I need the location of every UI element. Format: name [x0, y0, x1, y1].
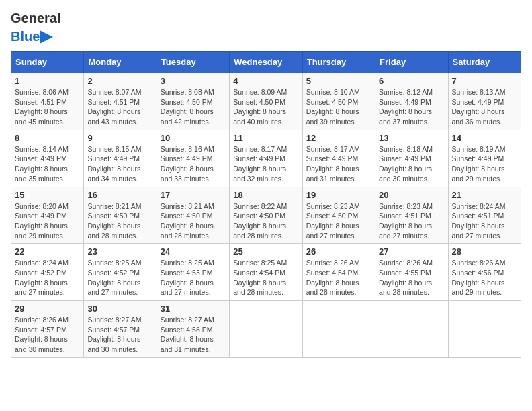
day-cell: 9Sunrise: 8:15 AMSunset: 4:49 PMDaylight…: [84, 130, 157, 187]
day-number: 17: [161, 190, 226, 200]
day-cell: 15Sunrise: 8:20 AMSunset: 4:49 PMDayligh…: [11, 187, 84, 244]
day-cell: 23Sunrise: 8:25 AMSunset: 4:52 PMDayligh…: [84, 244, 157, 301]
logo-blue: Blue: [11, 29, 40, 44]
day-cell: 30Sunrise: 8:27 AMSunset: 4:57 PMDayligh…: [84, 301, 157, 358]
day-cell: 25Sunrise: 8:25 AMSunset: 4:54 PMDayligh…: [230, 244, 302, 301]
day-cell: 8Sunrise: 8:14 AMSunset: 4:49 PMDaylight…: [11, 130, 84, 187]
day-cell: [230, 301, 302, 358]
day-cell: 31Sunrise: 8:27 AMSunset: 4:58 PMDayligh…: [157, 301, 229, 358]
header-cell-sunday: Sunday: [11, 52, 84, 73]
day-detail: Sunrise: 8:26 AMSunset: 4:56 PMDaylight:…: [452, 258, 517, 298]
day-cell: 22Sunrise: 8:24 AMSunset: 4:52 PMDayligh…: [11, 244, 84, 301]
day-detail: Sunrise: 8:09 AMSunset: 4:50 PMDaylight:…: [233, 87, 298, 127]
day-number: 20: [379, 190, 444, 200]
header-cell-monday: Monday: [84, 52, 157, 73]
day-detail: Sunrise: 8:19 AMSunset: 4:49 PMDaylight:…: [452, 144, 517, 184]
day-number: 25: [233, 246, 298, 257]
week-row-1: 1Sunrise: 8:06 AMSunset: 4:51 PMDaylight…: [11, 73, 521, 130]
day-detail: Sunrise: 8:16 AMSunset: 4:49 PMDaylight:…: [161, 144, 226, 184]
header-cell-wednesday: Wednesday: [230, 52, 302, 73]
svg-marker-0: [40, 30, 53, 44]
day-detail: Sunrise: 8:18 AMSunset: 4:49 PMDaylight:…: [379, 144, 444, 184]
day-cell: [302, 301, 375, 358]
day-detail: Sunrise: 8:08 AMSunset: 4:50 PMDaylight:…: [161, 87, 226, 127]
day-cell: 26Sunrise: 8:26 AMSunset: 4:54 PMDayligh…: [302, 244, 375, 301]
day-detail: Sunrise: 8:07 AMSunset: 4:51 PMDaylight:…: [87, 87, 152, 127]
day-cell: 14Sunrise: 8:19 AMSunset: 4:49 PMDayligh…: [448, 130, 521, 187]
day-detail: Sunrise: 8:21 AMSunset: 4:50 PMDaylight:…: [161, 201, 226, 241]
day-cell: 16Sunrise: 8:21 AMSunset: 4:50 PMDayligh…: [84, 187, 157, 244]
day-cell: 24Sunrise: 8:25 AMSunset: 4:53 PMDayligh…: [157, 244, 229, 301]
day-detail: Sunrise: 8:23 AMSunset: 4:50 PMDaylight:…: [306, 201, 371, 241]
day-cell: 3Sunrise: 8:08 AMSunset: 4:50 PMDaylight…: [157, 73, 229, 130]
calendar-body: 1Sunrise: 8:06 AMSunset: 4:51 PMDaylight…: [11, 73, 521, 358]
day-number: 1: [15, 76, 80, 86]
day-cell: [448, 301, 521, 358]
day-detail: Sunrise: 8:25 AMSunset: 4:52 PMDaylight:…: [87, 258, 152, 298]
day-cell: 27Sunrise: 8:26 AMSunset: 4:55 PMDayligh…: [375, 244, 448, 301]
day-number: 24: [161, 246, 226, 257]
calendar-table: SundayMondayTuesdayWednesdayThursdayFrid…: [11, 51, 521, 358]
day-cell: 10Sunrise: 8:16 AMSunset: 4:49 PMDayligh…: [157, 130, 229, 187]
day-number: 27: [379, 246, 444, 257]
day-cell: 29Sunrise: 8:26 AMSunset: 4:57 PMDayligh…: [11, 301, 84, 358]
day-detail: Sunrise: 8:26 AMSunset: 4:55 PMDaylight:…: [379, 258, 444, 298]
day-cell: 17Sunrise: 8:21 AMSunset: 4:50 PMDayligh…: [157, 187, 229, 244]
day-number: 9: [87, 133, 152, 143]
day-cell: 19Sunrise: 8:23 AMSunset: 4:50 PMDayligh…: [302, 187, 375, 244]
day-number: 13: [379, 133, 444, 143]
logo-arrow-icon: [40, 30, 53, 44]
day-number: 31: [161, 304, 226, 314]
week-row-5: 29Sunrise: 8:26 AMSunset: 4:57 PMDayligh…: [11, 301, 521, 358]
day-detail: Sunrise: 8:13 AMSunset: 4:49 PMDaylight:…: [452, 87, 517, 127]
day-number: 3: [161, 76, 226, 86]
day-number: 30: [87, 304, 152, 314]
day-number: 18: [233, 190, 298, 200]
day-detail: Sunrise: 8:26 AMSunset: 4:57 PMDaylight:…: [15, 315, 80, 355]
header-cell-thursday: Thursday: [302, 52, 375, 73]
logo-general: General: [11, 11, 60, 26]
header-cell-tuesday: Tuesday: [157, 52, 229, 73]
day-detail: Sunrise: 8:27 AMSunset: 4:58 PMDaylight:…: [161, 315, 226, 355]
day-cell: 18Sunrise: 8:22 AMSunset: 4:50 PMDayligh…: [230, 187, 302, 244]
day-detail: Sunrise: 8:17 AMSunset: 4:49 PMDaylight:…: [306, 144, 371, 184]
day-detail: Sunrise: 8:26 AMSunset: 4:54 PMDaylight:…: [306, 258, 371, 298]
day-cell: 5Sunrise: 8:10 AMSunset: 4:50 PMDaylight…: [302, 73, 375, 130]
calendar-header-row: SundayMondayTuesdayWednesdayThursdayFrid…: [11, 52, 521, 73]
day-number: 28: [452, 246, 517, 257]
day-detail: Sunrise: 8:20 AMSunset: 4:49 PMDaylight:…: [15, 201, 80, 241]
day-cell: 1Sunrise: 8:06 AMSunset: 4:51 PMDaylight…: [11, 73, 84, 130]
day-cell: 21Sunrise: 8:24 AMSunset: 4:51 PMDayligh…: [448, 187, 521, 244]
day-cell: 28Sunrise: 8:26 AMSunset: 4:56 PMDayligh…: [448, 244, 521, 301]
day-detail: Sunrise: 8:24 AMSunset: 4:52 PMDaylight:…: [15, 258, 80, 298]
day-detail: Sunrise: 8:10 AMSunset: 4:50 PMDaylight:…: [306, 87, 371, 127]
day-number: 19: [306, 190, 371, 200]
day-number: 6: [379, 76, 444, 86]
day-number: 11: [233, 133, 298, 143]
day-number: 29: [15, 304, 80, 314]
day-cell: 2Sunrise: 8:07 AMSunset: 4:51 PMDaylight…: [84, 73, 157, 130]
day-number: 21: [452, 190, 517, 200]
day-detail: Sunrise: 8:15 AMSunset: 4:49 PMDaylight:…: [87, 144, 152, 184]
day-number: 12: [306, 133, 371, 143]
day-number: 10: [161, 133, 226, 143]
header: GeneralBlue: [11, 11, 521, 44]
day-number: 15: [15, 190, 80, 200]
logo: GeneralBlue: [11, 11, 60, 44]
day-cell: 6Sunrise: 8:12 AMSunset: 4:49 PMDaylight…: [375, 73, 448, 130]
day-detail: Sunrise: 8:22 AMSunset: 4:50 PMDaylight:…: [233, 201, 298, 241]
day-detail: Sunrise: 8:06 AMSunset: 4:51 PMDaylight:…: [15, 87, 80, 127]
day-number: 4: [233, 76, 298, 86]
week-row-4: 22Sunrise: 8:24 AMSunset: 4:52 PMDayligh…: [11, 244, 521, 301]
day-number: 5: [306, 76, 371, 86]
day-number: 22: [15, 246, 80, 257]
header-cell-saturday: Saturday: [448, 52, 521, 73]
day-cell: 12Sunrise: 8:17 AMSunset: 4:49 PMDayligh…: [302, 130, 375, 187]
week-row-3: 15Sunrise: 8:20 AMSunset: 4:49 PMDayligh…: [11, 187, 521, 244]
header-cell-friday: Friday: [375, 52, 448, 73]
day-detail: Sunrise: 8:14 AMSunset: 4:49 PMDaylight:…: [15, 144, 80, 184]
day-cell: 11Sunrise: 8:17 AMSunset: 4:49 PMDayligh…: [230, 130, 302, 187]
day-number: 26: [306, 246, 371, 257]
day-number: 2: [87, 76, 152, 86]
day-cell: 4Sunrise: 8:09 AMSunset: 4:50 PMDaylight…: [230, 73, 302, 130]
